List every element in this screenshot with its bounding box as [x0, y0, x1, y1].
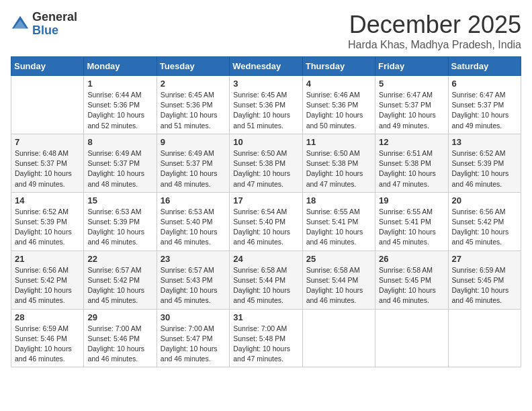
day-info: Sunrise: 6:59 AM Sunset: 5:46 PM Dayligh…	[15, 324, 80, 365]
calendar-day-cell	[302, 309, 375, 367]
day-number: 28	[15, 312, 80, 322]
calendar-day-cell	[375, 309, 448, 367]
calendar-day-cell: 30Sunrise: 7:00 AM Sunset: 5:47 PM Dayli…	[157, 309, 229, 367]
calendar-day-cell: 7Sunrise: 6:48 AM Sunset: 5:37 PM Daylig…	[11, 134, 84, 192]
day-number: 22	[87, 254, 152, 264]
day-number: 1	[87, 79, 152, 89]
day-number: 20	[452, 195, 517, 205]
logo-icon	[11, 15, 30, 34]
day-info: Sunrise: 7:00 AM Sunset: 5:48 PM Dayligh…	[233, 324, 298, 365]
weekday-header-cell: Monday	[84, 57, 157, 76]
calendar-day-cell: 23Sunrise: 6:57 AM Sunset: 5:43 PM Dayli…	[157, 250, 229, 309]
day-info: Sunrise: 6:50 AM Sunset: 5:38 PM Dayligh…	[233, 148, 298, 189]
day-number: 27	[452, 254, 517, 264]
day-info: Sunrise: 6:53 AM Sunset: 5:39 PM Dayligh…	[87, 207, 152, 248]
day-info: Sunrise: 7:00 AM Sunset: 5:47 PM Dayligh…	[161, 324, 226, 365]
day-info: Sunrise: 6:45 AM Sunset: 5:36 PM Dayligh…	[233, 90, 298, 131]
day-number: 14	[15, 195, 80, 205]
calendar-day-cell: 10Sunrise: 6:50 AM Sunset: 5:38 PM Dayli…	[230, 134, 302, 192]
day-info: Sunrise: 6:54 AM Sunset: 5:40 PM Dayligh…	[233, 207, 298, 248]
calendar-week-row: 7Sunrise: 6:48 AM Sunset: 5:37 PM Daylig…	[11, 134, 521, 192]
day-number: 5	[379, 79, 444, 89]
day-number: 4	[306, 79, 371, 89]
day-number: 26	[379, 254, 444, 264]
weekday-header-cell: Wednesday	[230, 57, 302, 76]
day-info: Sunrise: 6:55 AM Sunset: 5:41 PM Dayligh…	[379, 207, 444, 248]
day-number: 7	[15, 137, 80, 147]
calendar-day-cell: 21Sunrise: 6:56 AM Sunset: 5:42 PM Dayli…	[11, 250, 84, 309]
day-info: Sunrise: 6:49 AM Sunset: 5:37 PM Dayligh…	[87, 148, 152, 189]
day-info: Sunrise: 6:52 AM Sunset: 5:39 PM Dayligh…	[15, 207, 80, 248]
logo-blue: Blue	[32, 24, 77, 38]
day-number: 2	[161, 79, 226, 89]
weekday-header-cell: Tuesday	[157, 57, 229, 76]
calendar-day-cell: 12Sunrise: 6:51 AM Sunset: 5:38 PM Dayli…	[375, 134, 448, 192]
day-number: 18	[306, 195, 371, 205]
day-number: 24	[233, 254, 298, 264]
calendar-day-cell: 31Sunrise: 7:00 AM Sunset: 5:48 PM Dayli…	[230, 309, 302, 367]
weekday-header-cell: Friday	[375, 57, 448, 76]
day-info: Sunrise: 6:45 AM Sunset: 5:36 PM Dayligh…	[161, 90, 226, 131]
day-info: Sunrise: 7:00 AM Sunset: 5:46 PM Dayligh…	[87, 324, 152, 365]
calendar-day-cell	[11, 76, 84, 134]
day-info: Sunrise: 6:50 AM Sunset: 5:38 PM Dayligh…	[306, 148, 371, 189]
month-title: December 2025	[348, 11, 521, 39]
logo-text: General Blue	[32, 11, 77, 38]
day-number: 17	[233, 195, 298, 205]
weekday-header-cell: Saturday	[448, 57, 521, 76]
calendar-day-cell: 6Sunrise: 6:47 AM Sunset: 5:37 PM Daylig…	[448, 76, 521, 134]
day-info: Sunrise: 6:58 AM Sunset: 5:44 PM Dayligh…	[306, 265, 371, 306]
weekday-header-cell: Sunday	[11, 57, 84, 76]
calendar-day-cell: 26Sunrise: 6:58 AM Sunset: 5:45 PM Dayli…	[375, 250, 448, 309]
calendar-day-cell: 20Sunrise: 6:56 AM Sunset: 5:42 PM Dayli…	[448, 192, 521, 250]
day-info: Sunrise: 6:53 AM Sunset: 5:40 PM Dayligh…	[161, 207, 226, 248]
day-number: 6	[452, 79, 517, 89]
title-block: December 2025 Harda Khas, Madhya Pradesh…	[348, 11, 521, 51]
calendar-day-cell: 18Sunrise: 6:55 AM Sunset: 5:41 PM Dayli…	[302, 192, 375, 250]
day-number: 9	[161, 137, 226, 147]
day-number: 12	[379, 137, 444, 147]
day-number: 15	[87, 195, 152, 205]
day-info: Sunrise: 6:57 AM Sunset: 5:42 PM Dayligh…	[87, 265, 152, 306]
day-info: Sunrise: 6:52 AM Sunset: 5:39 PM Dayligh…	[452, 148, 517, 189]
calendar-day-cell: 2Sunrise: 6:45 AM Sunset: 5:36 PM Daylig…	[157, 76, 229, 134]
calendar-day-cell: 25Sunrise: 6:58 AM Sunset: 5:44 PM Dayli…	[302, 250, 375, 309]
day-info: Sunrise: 6:48 AM Sunset: 5:37 PM Dayligh…	[15, 148, 80, 189]
calendar-day-cell: 28Sunrise: 6:59 AM Sunset: 5:46 PM Dayli…	[11, 309, 84, 367]
day-number: 13	[452, 137, 517, 147]
calendar-body: 1Sunrise: 6:44 AM Sunset: 5:36 PM Daylig…	[11, 76, 521, 367]
day-info: Sunrise: 6:49 AM Sunset: 5:37 PM Dayligh…	[161, 148, 226, 189]
day-info: Sunrise: 6:51 AM Sunset: 5:38 PM Dayligh…	[379, 148, 444, 189]
calendar-day-cell: 8Sunrise: 6:49 AM Sunset: 5:37 PM Daylig…	[84, 134, 157, 192]
page-header: General Blue December 2025 Harda Khas, M…	[11, 11, 521, 51]
calendar-day-cell: 24Sunrise: 6:58 AM Sunset: 5:44 PM Dayli…	[230, 250, 302, 309]
day-number: 30	[161, 312, 226, 322]
calendar-day-cell: 5Sunrise: 6:47 AM Sunset: 5:37 PM Daylig…	[375, 76, 448, 134]
day-number: 21	[15, 254, 80, 264]
day-number: 11	[306, 137, 371, 147]
day-number: 19	[379, 195, 444, 205]
calendar-day-cell: 29Sunrise: 7:00 AM Sunset: 5:46 PM Dayli…	[84, 309, 157, 367]
calendar-day-cell: 4Sunrise: 6:46 AM Sunset: 5:36 PM Daylig…	[302, 76, 375, 134]
day-info: Sunrise: 6:56 AM Sunset: 5:42 PM Dayligh…	[452, 207, 517, 248]
weekday-header-cell: Thursday	[302, 57, 375, 76]
day-number: 23	[161, 254, 226, 264]
calendar-week-row: 28Sunrise: 6:59 AM Sunset: 5:46 PM Dayli…	[11, 309, 521, 367]
location-subtitle: Harda Khas, Madhya Pradesh, India	[348, 39, 521, 51]
calendar-day-cell: 19Sunrise: 6:55 AM Sunset: 5:41 PM Dayli…	[375, 192, 448, 250]
day-info: Sunrise: 6:47 AM Sunset: 5:37 PM Dayligh…	[379, 90, 444, 131]
day-number: 3	[233, 79, 298, 89]
day-info: Sunrise: 6:59 AM Sunset: 5:45 PM Dayligh…	[452, 265, 517, 306]
day-number: 8	[87, 137, 152, 147]
day-number: 29	[87, 312, 152, 322]
calendar-day-cell: 13Sunrise: 6:52 AM Sunset: 5:39 PM Dayli…	[448, 134, 521, 192]
calendar-week-row: 21Sunrise: 6:56 AM Sunset: 5:42 PM Dayli…	[11, 250, 521, 309]
calendar-day-cell: 1Sunrise: 6:44 AM Sunset: 5:36 PM Daylig…	[84, 76, 157, 134]
day-info: Sunrise: 6:58 AM Sunset: 5:45 PM Dayligh…	[379, 265, 444, 306]
day-info: Sunrise: 6:55 AM Sunset: 5:41 PM Dayligh…	[306, 207, 371, 248]
logo-general: General	[32, 11, 77, 24]
logo: General Blue	[11, 11, 77, 38]
calendar-day-cell: 17Sunrise: 6:54 AM Sunset: 5:40 PM Dayli…	[230, 192, 302, 250]
calendar-day-cell: 15Sunrise: 6:53 AM Sunset: 5:39 PM Dayli…	[84, 192, 157, 250]
day-info: Sunrise: 6:58 AM Sunset: 5:44 PM Dayligh…	[233, 265, 298, 306]
